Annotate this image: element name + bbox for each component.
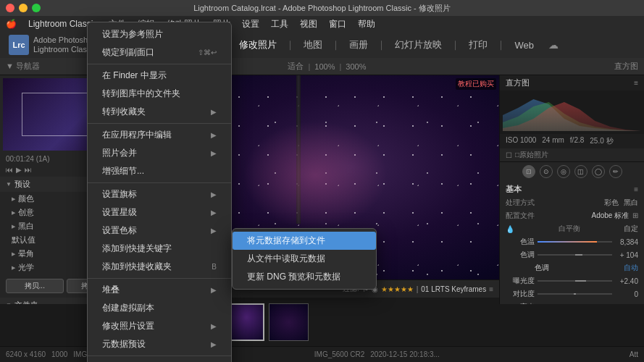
title-bar: Lightroom Catalog.lrcat - Adobe Photosho… — [0, 0, 644, 16]
cm-show-finder[interactable]: 在 Finder 中显示 — [88, 67, 231, 85]
profile-label: 配置文件 — [506, 211, 535, 221]
cm-virtual-copy[interactable]: 创建虚拟副本 — [88, 299, 231, 317]
menu-window[interactable]: 窗口 — [329, 18, 346, 30]
cm-sep4 — [88, 278, 231, 279]
tab-book[interactable]: 画册 — [343, 37, 374, 53]
play-icon[interactable]: ▶ — [16, 166, 22, 174]
tone-exposure-fill — [575, 280, 586, 282]
menu-tools[interactable]: 工具 — [271, 18, 288, 30]
profile-browse-icon[interactable]: ⊞ — [632, 211, 638, 219]
submenu-save-label: 将元数据存储到文件 — [247, 235, 325, 247]
tone-temp-fill — [538, 241, 597, 243]
menu-view[interactable]: 视图 — [300, 18, 317, 30]
cm-set-flag[interactable]: 设置旗标 ▶ — [88, 185, 231, 203]
cm-goto-folder[interactable]: 转到图库中的文件夹 — [88, 85, 231, 103]
menu-settings[interactable]: 设置 — [242, 18, 259, 30]
submenu-update-dng[interactable]: 更新 DNG 预览和元数据 — [233, 268, 376, 286]
cm-set-rating[interactable]: 设置星级 ▶ — [88, 203, 231, 222]
heal-tool[interactable]: ⊙ — [540, 165, 553, 178]
play-prev-icon[interactable]: ⏮ — [6, 166, 13, 174]
zoom-fit[interactable]: 适合 — [288, 61, 304, 72]
gradient-tool[interactable]: ◫ — [574, 165, 587, 178]
process-color[interactable]: 彩色 — [604, 198, 619, 206]
tone-temp-slider[interactable] — [538, 241, 612, 243]
tone-contrast-slider[interactable] — [538, 293, 612, 295]
submenu-save-to-file[interactable]: 将元数据存储到文件 — [233, 232, 376, 250]
crop-tool[interactable]: ⊡ — [522, 165, 535, 178]
menu-help[interactable]: 帮助 — [358, 18, 375, 30]
cm-develop-settings[interactable]: 修改照片设置 ▶ — [88, 317, 231, 335]
right-panel: 直方图 ≡ — [499, 75, 644, 304]
nebula-glow — [243, 121, 388, 230]
tone-exposure-slider[interactable] — [538, 280, 612, 282]
cm-set-reference[interactable]: 设置为参考照片 — [88, 25, 231, 43]
cm-metadata-preset[interactable]: 元数据预设 ▶ — [88, 335, 231, 353]
process-value: 彩色 黑白 — [604, 198, 638, 208]
tab-slideshow[interactable]: 幻灯片放映 — [389, 37, 448, 53]
play-next-icon[interactable]: ⏭ — [25, 166, 32, 174]
tone-tint-slider[interactable] — [538, 254, 612, 256]
brush-tool[interactable]: ✏ — [609, 165, 622, 178]
tab-print[interactable]: 打印 — [463, 37, 493, 53]
cm-add-keyword[interactable]: 添加到快捷关键字 — [88, 240, 231, 258]
timecode: 00:01:24 (1A) — [6, 155, 50, 163]
lr-logo-box: Lrc — [9, 35, 29, 55]
tone-tint-fill — [575, 254, 582, 256]
copy-button[interactable]: 拷贝... — [6, 279, 64, 293]
zoom-100[interactable]: 100% — [314, 62, 335, 71]
tone-auto-value[interactable]: 自动 — [624, 263, 638, 273]
cm-set-color[interactable]: 设置色标 ▶ — [88, 222, 231, 240]
cm-photo-merge[interactable]: 照片会并 ▶ — [88, 144, 231, 162]
checkbox-icon[interactable]: ☐ — [506, 151, 512, 159]
preset-color-triangle: ▶ — [12, 196, 15, 202]
context-menu: 设置为参考照片 锁定到副面口 ⇧⌘↩ 在 Finder 中显示 转到图库中的文件… — [87, 22, 232, 362]
thumb-4[interactable] — [269, 303, 309, 341]
tab-map[interactable]: 地图 — [298, 37, 328, 53]
radial-tool[interactable]: ◯ — [592, 165, 605, 178]
histogram-header: 直方图 ≡ — [500, 75, 644, 90]
close-button[interactable] — [6, 4, 14, 12]
filter-stars[interactable]: ★★★★★ — [381, 285, 414, 293]
process-label: 处理方式 — [506, 198, 535, 208]
histogram-menu-icon[interactable]: ≡ — [634, 79, 638, 87]
histogram-label: 直方图 — [506, 77, 530, 88]
preset-creative-triangle: ▶ — [12, 210, 15, 216]
wb-eyedropper-icon[interactable]: 💧 — [506, 225, 514, 233]
cm-add-collection[interactable]: 添加到快捷收藏夹 B — [88, 258, 231, 276]
tone-contrast-fill — [574, 293, 575, 295]
wb-value[interactable]: 自定 — [624, 224, 638, 234]
cm-enhance[interactable]: 增强细节... — [88, 162, 231, 180]
lr-logo-abbr: Lrc — [12, 41, 25, 49]
menu-apple[interactable]: 🍎 — [6, 19, 17, 29]
redeye-tool[interactable]: ◎ — [557, 165, 570, 178]
wb-row: 💧 白平衡 自定 — [500, 222, 644, 235]
cm-rotate-ccw[interactable]: 逆时针旋转 — [88, 358, 231, 362]
tone-tint-value: + 104 — [615, 251, 638, 259]
tab-web[interactable]: Web — [509, 38, 540, 52]
tone-temp-label: 色温 — [506, 237, 535, 247]
cm-lock-window[interactable]: 锁定到副面口 ⇧⌘↩ — [88, 43, 231, 62]
filmstrip-menu[interactable]: ≡ — [489, 285, 493, 293]
fullscreen-button[interactable] — [32, 4, 41, 12]
tab-develop[interactable]: 修改照片 — [233, 37, 283, 53]
watermark: 教程已购买 — [456, 78, 496, 90]
cm-sep5 — [88, 355, 231, 356]
cm-stack[interactable]: 堆叠 ▶ — [88, 281, 231, 299]
cm-goto-collection[interactable]: 转到收藏夹 ▶ — [88, 103, 231, 121]
profile-text[interactable]: Adobe 标准 — [592, 211, 630, 219]
process-bw[interactable]: 黑白 — [624, 198, 638, 206]
basic-menu-icon[interactable]: ≡ — [634, 185, 638, 193]
zoom-300[interactable]: 300% — [346, 62, 366, 71]
tone-contrast-row: 对比度 0 — [500, 287, 644, 300]
cm-sep3 — [88, 182, 231, 183]
minimize-button[interactable] — [19, 4, 28, 12]
cm-rating-arrow: ▶ — [211, 209, 217, 216]
navigator-label: ▼ 导航器 — [6, 61, 40, 72]
folders-label: 文件夹 — [14, 300, 38, 304]
tone-temp-value: 8,384 — [615, 238, 638, 246]
submenu-read-from-file[interactable]: 从文件中读取元数据 — [233, 250, 376, 268]
traffic-lights — [6, 4, 41, 12]
bottom-resolution: 6240 x 4160 — [6, 350, 46, 358]
att-label: Att — [630, 350, 638, 358]
cm-edit-in[interactable]: 在应用程序中编辑 ▶ — [88, 126, 231, 144]
